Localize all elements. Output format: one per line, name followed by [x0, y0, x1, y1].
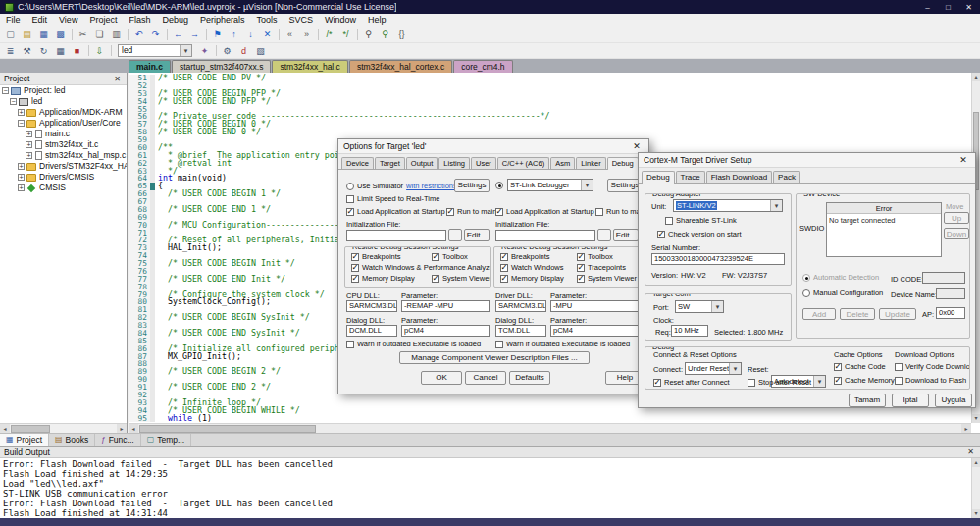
dialog-tab[interactable]: C/C++ (AC6)	[497, 157, 549, 169]
scroll-down-arrow-icon[interactable]: ▾	[972, 414, 980, 423]
dialog-tab[interactable]: Listing	[438, 157, 470, 169]
tree-item-stm32f4xx-hal-msp-c[interactable]: + stm32f4xx_hal_msp.c	[0, 150, 127, 161]
menu-item[interactable]: File	[0, 15, 26, 25]
check-version-checkbox[interactable]: Check version on start	[657, 230, 742, 238]
previous-bookmark-icon[interactable]: ↑	[226, 27, 242, 41]
menu-item[interactable]: Project	[83, 15, 123, 25]
use-simulator-radio[interactable]: Use Simulator with restrictions	[346, 182, 457, 190]
automatic-detection-radio[interactable]: Automatic Detection	[802, 273, 879, 282]
save-all-icon[interactable]: ▩	[52, 27, 69, 41]
redo-icon[interactable]: ↷	[147, 27, 164, 41]
browse-button-right[interactable]: ...	[597, 229, 611, 241]
menu-item[interactable]: Debug	[156, 15, 194, 25]
panel-tab-templates[interactable]: ▢Temp...	[141, 434, 191, 446]
manage-component-viewer-button[interactable]: Manage Component Viewer Description File…	[399, 351, 590, 364]
tree-item-drivers-cmsis[interactable]: + Drivers/CMSIS	[0, 172, 127, 183]
menu-item[interactable]: Peripherals	[194, 15, 251, 25]
undo-icon[interactable]: ↶	[130, 27, 147, 41]
menu-item[interactable]: View	[53, 15, 83, 25]
cache-code-checkbox[interactable]: Cache Code	[834, 362, 886, 371]
tree-expander-icon[interactable]: +	[18, 174, 25, 181]
editor-tab-startup[interactable]: startup_stm32f407xx.s	[172, 60, 272, 73]
outdent-icon[interactable]: «	[282, 27, 298, 41]
editor-tab-core-cm4-h[interactable]: core_cm4.h	[453, 60, 512, 73]
browse-button-left[interactable]: ...	[448, 229, 462, 241]
toolbox-checkbox-right[interactable]: Toolbox	[577, 252, 613, 261]
cut-icon[interactable]: ✂	[75, 27, 91, 41]
ok-button[interactable]: Tamam	[849, 394, 886, 407]
next-bookmark-icon[interactable]: ↓	[242, 27, 259, 41]
stop-build-icon[interactable]: ■	[69, 44, 85, 58]
maximize-button[interactable]: □	[942, 3, 954, 12]
minimize-button[interactable]: –	[921, 3, 934, 12]
serial-number-field[interactable]: 15003300180000473239524E	[651, 253, 785, 265]
watch-windows-checkbox-left[interactable]: Watch Windows & Performance Analyzer	[351, 263, 491, 272]
dialog-tab[interactable]: User	[471, 157, 496, 169]
shareable-stlink-checkbox[interactable]: Shareable ST-Link	[665, 216, 737, 225]
watch-windows-checkbox-right[interactable]: Watch Windows	[500, 263, 564, 272]
target-options-icon[interactable]: ✦	[196, 44, 213, 58]
close-icon[interactable]: ✕	[112, 75, 123, 83]
tree-item-cmsis[interactable]: + CMSIS	[0, 183, 127, 193]
connect-select[interactable]: Under Reset	[685, 362, 742, 375]
menu-item[interactable]: SVCS	[284, 15, 320, 25]
debug-driver-select[interactable]: ST-Link Debugger	[507, 179, 593, 191]
panel-tab-books[interactable]: ▤Books	[49, 434, 95, 446]
breakpoints-checkbox-left[interactable]: Breakpoints	[351, 252, 401, 261]
cancel-button[interactable]: Cancel	[465, 371, 506, 385]
tree-item-application-user-core[interactable]: − Application/User/Core	[0, 118, 127, 129]
scroll-left-arrow-icon[interactable]: ◂	[0, 424, 10, 433]
copy-icon[interactable]: ❏	[91, 27, 108, 41]
tree-item-main-c[interactable]: + main.c	[0, 129, 127, 139]
editor-tab-hal-cortex-c[interactable]: stm32f4xx_hal_cortex.c	[349, 60, 452, 73]
indent-icon[interactable]: »	[298, 27, 315, 41]
close-icon[interactable]: ✕	[965, 447, 976, 456]
toolbar-icon[interactable]	[108, 44, 114, 58]
verify-code-download-checkbox[interactable]: Verify Code Download	[895, 362, 970, 371]
dialog-tab[interactable]: Trace	[676, 171, 705, 183]
save-icon[interactable]: ▦	[35, 27, 52, 41]
add-button[interactable]: Add	[802, 308, 836, 320]
clear-bookmarks-icon[interactable]: ✕	[259, 27, 276, 41]
toolbox-checkbox-left[interactable]: Toolbox	[432, 252, 468, 261]
ok-button[interactable]: OK	[421, 371, 462, 385]
load-application-checkbox-right[interactable]: Load Application at Startup	[495, 207, 594, 216]
dialog-tab[interactable]: Target	[375, 157, 405, 169]
limit-speed-checkbox[interactable]: Limit Speed to Real-Time	[346, 194, 439, 203]
stop-after-reset-checkbox[interactable]: Stop after Reset	[748, 378, 811, 387]
dialog-tab[interactable]: Linker	[576, 157, 605, 169]
navigate-forward-icon[interactable]: →	[186, 27, 203, 41]
delete-button[interactable]: Delete	[840, 308, 875, 320]
unit-select[interactable]: ST-LINK/V2	[673, 199, 783, 212]
tree-item-stm32f4xx-it-c[interactable]: + stm32f4xx_it.c	[0, 139, 127, 150]
dialog-dll-input-left[interactable]: DCM.DLL	[346, 325, 397, 337]
tree-item-project-led[interactable]: − Project: led	[0, 85, 127, 96]
new-file-icon[interactable]: ▢	[2, 27, 19, 41]
tracepoints-checkbox-right[interactable]: Tracepoints	[577, 263, 626, 272]
memory-display-checkbox-left[interactable]: Memory Display	[351, 274, 415, 283]
reset-after-connect-checkbox[interactable]: Reset after Connect	[653, 378, 730, 387]
project-horizontal-scrollbar[interactable]: ◂ ▸	[0, 423, 127, 433]
scroll-down-arrow-icon[interactable]: ▾	[972, 509, 980, 518]
uncomment-icon[interactable]: */	[337, 27, 354, 41]
tree-item-application-mdk-arm[interactable]: + Application/MDK-ARM	[0, 107, 127, 118]
ap-field[interactable]: 0x00	[936, 307, 965, 319]
cache-memory-checkbox[interactable]: Cache Memory	[834, 376, 895, 385]
tree-item-target-led[interactable]: − led	[0, 96, 127, 107]
init-file-input-right[interactable]	[495, 230, 595, 241]
bracket-match-icon[interactable]: {}	[393, 27, 410, 41]
manage-rte-icon[interactable]: ⚙	[219, 44, 235, 58]
warn-outdated-checkbox-right[interactable]: Warn if outdated Executable is loaded	[495, 340, 630, 348]
device-name-field[interactable]	[936, 288, 965, 299]
close-icon[interactable]: ✕	[630, 141, 644, 151]
comment-icon[interactable]: /*	[321, 27, 337, 41]
dialog-dll-input-right[interactable]: TCM.DLL	[495, 325, 546, 337]
tree-expander-icon[interactable]: +	[18, 184, 25, 191]
system-viewer-checkbox-right[interactable]: System Viewer	[577, 274, 637, 283]
scroll-right-arrow-icon[interactable]: ▸	[117, 424, 127, 433]
open-file-icon[interactable]: ▤	[19, 27, 35, 41]
dialog-parameter-input-left[interactable]: pCM4	[401, 325, 490, 337]
translate-icon[interactable]: ≣	[2, 44, 19, 58]
dialog-tab[interactable]: Flash Download	[706, 171, 772, 183]
flash-download-icon[interactable]: ⇩	[91, 44, 108, 58]
